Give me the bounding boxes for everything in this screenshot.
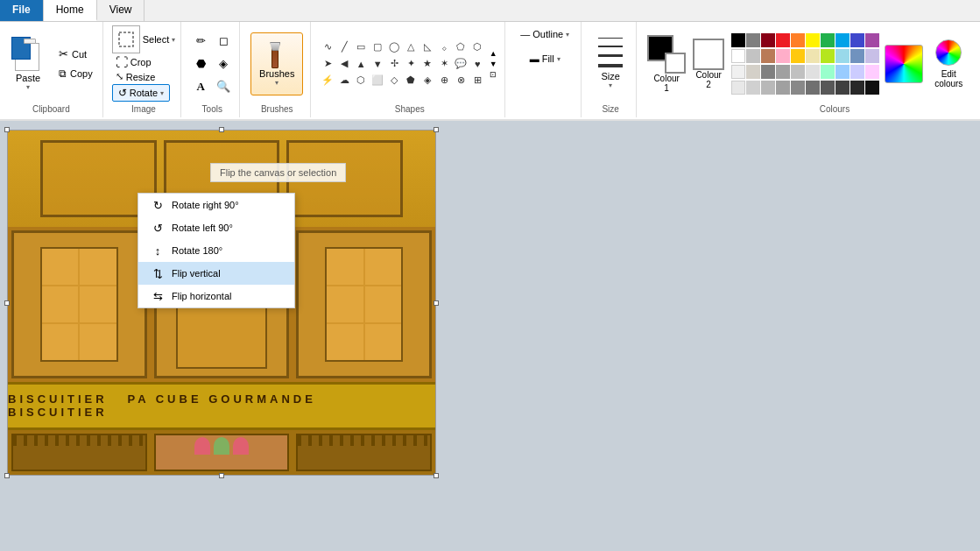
shape-4-arrow[interactable]: ✢ xyxy=(386,56,402,72)
shape-custom2[interactable]: ⬟ xyxy=(403,73,419,88)
shape-right-arrow[interactable]: ➤ xyxy=(320,56,335,72)
menu-rotate-180[interactable]: ↕ Rotate 180° xyxy=(138,239,294,262)
shapes-expand[interactable]: ⊡ xyxy=(487,70,499,79)
menu-rotate-left-90[interactable]: ↺ Rotate left 90° xyxy=(138,216,294,239)
color-gold[interactable] xyxy=(791,49,805,63)
shape-cloud[interactable]: ☁ xyxy=(336,73,352,88)
color-p4-3[interactable] xyxy=(761,81,775,95)
shape-folder[interactable]: ⬜ xyxy=(370,73,385,88)
color-gray[interactable] xyxy=(746,33,760,47)
shape-star4[interactable]: ✦ xyxy=(403,56,419,72)
shape-custom4[interactable]: ⊕ xyxy=(436,73,452,88)
colour1-swatch[interactable]: Colour 1 xyxy=(645,33,687,95)
color-green[interactable] xyxy=(821,33,835,47)
brushes-button[interactable]: Brushes ▾ xyxy=(250,32,303,95)
paint-bucket-tool[interactable]: ◈ xyxy=(213,53,234,74)
color-p3-3[interactable] xyxy=(761,65,775,79)
color-p3-5[interactable] xyxy=(791,65,805,79)
color-p4-10[interactable] xyxy=(865,81,879,95)
color-blue[interactable] xyxy=(850,33,864,47)
menu-flip-horizontal[interactable]: ⇆ Flip horizontal xyxy=(138,285,294,307)
shape-star5[interactable]: ★ xyxy=(419,56,435,72)
shape-right-tri[interactable]: ◺ xyxy=(419,39,435,55)
color-pink[interactable] xyxy=(776,49,790,63)
color-p4-1[interactable] xyxy=(731,81,745,95)
edit-paint3d-button[interactable]: Edit with Paint 3D xyxy=(974,32,980,95)
shape-custom5[interactable]: ⊗ xyxy=(453,73,469,88)
shape-curve[interactable]: ∿ xyxy=(320,39,335,55)
color-lightgray[interactable] xyxy=(746,49,760,63)
shape-star6[interactable]: ✶ xyxy=(436,56,452,72)
fill-tool[interactable]: ⬣ xyxy=(190,53,211,74)
edit-colours-button[interactable]: Edit colours xyxy=(927,35,970,93)
color-lavender[interactable] xyxy=(865,49,879,63)
shape-custom1[interactable]: ◇ xyxy=(386,73,402,88)
shape-octagon[interactable]: ⬡ xyxy=(353,73,369,88)
color-p3-4[interactable] xyxy=(776,65,790,79)
color-p3-2[interactable] xyxy=(746,65,760,79)
color-black[interactable] xyxy=(731,33,745,47)
menu-rotate-right-90[interactable]: ↻ Rotate right 90° xyxy=(138,194,294,216)
color-p3-8[interactable] xyxy=(835,65,850,79)
shape-left-arrow[interactable]: ◀ xyxy=(336,56,352,72)
color-p4-8[interactable] xyxy=(835,81,850,95)
shape-line[interactable]: ╱ xyxy=(336,39,352,55)
shape-up-arrow[interactable]: ▲ xyxy=(353,56,369,72)
pencil-tool[interactable]: ✏ xyxy=(190,31,211,52)
outline-button[interactable]: — Outline ▾ xyxy=(514,25,575,43)
shape-ellipse[interactable]: ◯ xyxy=(386,39,402,55)
color-p4-6[interactable] xyxy=(806,81,820,95)
color-p4-5[interactable] xyxy=(791,81,805,95)
size-button[interactable]: Size ▾ xyxy=(590,33,631,94)
color-p4-9[interactable] xyxy=(850,81,864,95)
shape-diamond[interactable]: ⬦ xyxy=(436,39,452,55)
color-lime[interactable] xyxy=(821,49,835,63)
resize-label[interactable]: Resize xyxy=(126,72,156,82)
color-orange[interactable] xyxy=(791,33,805,47)
paste-button[interactable]: Paste ▾ xyxy=(5,34,51,94)
shape-roundrect[interactable]: ▢ xyxy=(370,39,385,55)
color-p3-9[interactable] xyxy=(850,65,864,79)
menu-flip-vertical[interactable]: ⇅ Flip vertical xyxy=(138,262,294,285)
shape-custom6[interactable]: ⊞ xyxy=(469,73,485,88)
magnifier-tool[interactable]: 🔍 xyxy=(213,76,234,97)
color-red[interactable] xyxy=(776,33,790,47)
fill-button[interactable]: ▬ Fill ▾ xyxy=(524,50,567,67)
color-p4-7[interactable] xyxy=(821,81,835,95)
shape-triangle[interactable]: △ xyxy=(403,39,419,55)
eraser-tool[interactable]: ◻ xyxy=(213,31,234,52)
shape-hexagon[interactable]: ⬡ xyxy=(469,39,485,55)
shape-callout[interactable]: 💬 xyxy=(453,56,469,72)
shape-lightning[interactable]: ⚡ xyxy=(320,73,335,88)
rotate-button[interactable]: ↺ Rotate ▾ xyxy=(112,84,170,102)
color-p4-2[interactable] xyxy=(746,81,760,95)
color-cyan[interactable] xyxy=(835,33,850,47)
color-yellow[interactable] xyxy=(806,33,820,47)
canvas-area[interactable]: BISCUITIER PA CUBE GOURMANDE BISCUITIER xyxy=(0,121,980,551)
color-brown[interactable] xyxy=(761,49,775,63)
color-p3-1[interactable] xyxy=(731,65,745,79)
color-p3-10[interactable] xyxy=(865,65,879,79)
color-darkred[interactable] xyxy=(761,33,775,47)
select-icon-btn[interactable] xyxy=(112,25,140,53)
color-white[interactable] xyxy=(731,49,745,63)
shape-custom3[interactable]: ◈ xyxy=(419,73,435,88)
tab-home[interactable]: Home xyxy=(44,0,97,21)
color-p3-7[interactable] xyxy=(821,65,835,79)
tab-file[interactable]: File xyxy=(0,0,44,21)
tab-view[interactable]: View xyxy=(97,0,145,21)
color-cornblue[interactable] xyxy=(850,49,864,63)
shapes-scroll-down[interactable]: ▼ xyxy=(487,60,499,68)
shape-down-arrow[interactable]: ▼ xyxy=(370,56,385,72)
shape-pentagon[interactable]: ⬠ xyxy=(453,39,469,55)
rainbow-gradient-btn[interactable] xyxy=(885,45,923,83)
color-purple[interactable] xyxy=(865,33,879,47)
color-skyblue[interactable] xyxy=(835,49,850,63)
text-tool[interactable]: A xyxy=(190,76,211,97)
color-cream[interactable] xyxy=(806,49,820,63)
copy-button[interactable]: ⧉ Copy xyxy=(54,65,97,82)
shape-rect[interactable]: ▭ xyxy=(353,39,369,55)
color-p3-6[interactable] xyxy=(806,65,820,79)
color-p4-4[interactable] xyxy=(776,81,790,95)
cut-button[interactable]: ✂ Cut xyxy=(54,45,97,63)
